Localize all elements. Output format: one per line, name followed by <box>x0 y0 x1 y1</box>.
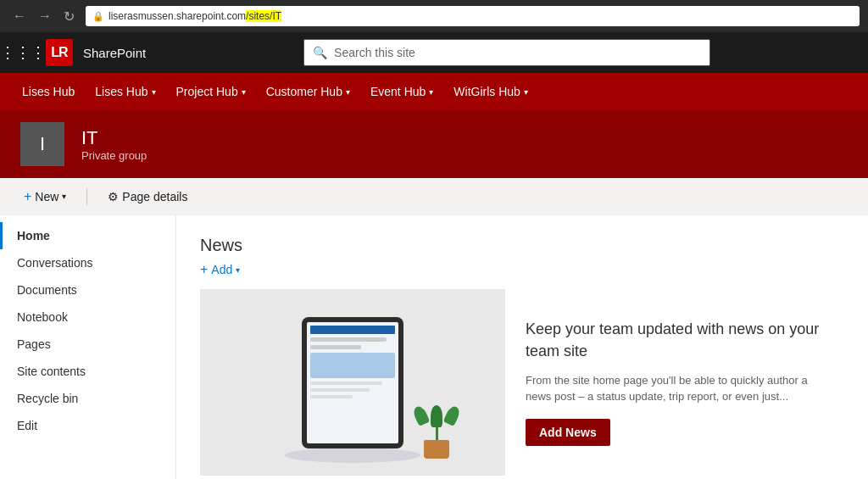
tablet-illustration <box>200 289 505 476</box>
chevron-down-icon: ▾ <box>524 87 528 97</box>
waffle-menu[interactable]: ⋮⋮⋮ <box>10 40 36 65</box>
site-subtitle: Private group <box>81 149 147 162</box>
leaf-left <box>411 404 430 426</box>
leftnav-item-home[interactable]: Home <box>0 222 175 249</box>
forward-button[interactable]: → <box>34 7 56 25</box>
nav-label: Event Hub <box>370 85 426 98</box>
news-content: Keep your team updated with news on your… <box>200 289 844 476</box>
plant-leaves <box>419 405 454 427</box>
site-info: IT Private group <box>81 127 147 162</box>
site-title: IT <box>81 127 147 149</box>
nav-item-lises-hub-2[interactable]: Lises Hub ▾ <box>86 73 164 110</box>
news-add-button[interactable]: + Add ▾ <box>200 262 844 277</box>
news-description-text: From the site home page you'll be able t… <box>526 372 824 405</box>
leftnav-item-edit[interactable]: Edit <box>0 412 175 439</box>
lock-icon: 🔒 <box>92 11 104 22</box>
add-news-button[interactable]: Add News <box>526 419 610 446</box>
site-icon: I <box>20 122 64 166</box>
plus-icon: + <box>200 262 208 277</box>
screen-line-3 <box>310 382 382 385</box>
new-button[interactable]: + New ▾ <box>17 186 73 208</box>
sp-logo: LR <box>46 39 73 66</box>
screen-line-4 <box>310 388 370 392</box>
sp-layout: Home Conversations Documents Notebook Pa… <box>0 215 868 479</box>
chevron-down-icon: ▾ <box>236 265 240 275</box>
screen-line-1 <box>310 337 387 342</box>
leftnav-label: Pages <box>17 337 51 351</box>
leftnav-item-documents[interactable]: Documents <box>0 276 175 304</box>
news-description-title: Keep your team updated with news on your… <box>526 319 824 361</box>
chevron-down-icon: ▾ <box>62 192 66 201</box>
leftnav-label: Home <box>17 229 50 242</box>
page-details-button[interactable]: ⚙ Page details <box>101 187 194 207</box>
add-label: Add <box>211 263 232 276</box>
news-section-title: News <box>200 236 844 255</box>
page-details-label: Page details <box>122 190 187 203</box>
plus-icon: + <box>24 189 31 204</box>
sp-topbar: ⋮⋮⋮ LR SharePoint 🔍 Search this site <box>0 32 868 73</box>
leftnav-label: Recycle bin <box>17 392 78 405</box>
address-text: liserasmussen.sharepoint.com/sites/IT <box>108 10 281 22</box>
gear-icon: ⚙ <box>108 190 119 203</box>
nav-item-event-hub[interactable]: Event Hub ▾ <box>362 73 442 110</box>
leftnav-item-site-contents[interactable]: Site contents <box>0 358 175 385</box>
leftnav-label: Conversations <box>17 256 93 270</box>
sp-command-bar: + New ▾ ⚙ Page details <box>0 178 868 215</box>
plant <box>419 405 454 459</box>
leaf-middle <box>431 405 442 427</box>
leftnav-item-pages[interactable]: Pages <box>0 331 175 358</box>
sp-navbar: Lises Hub Lises Hub ▾ Project Hub ▾ Cust… <box>0 73 868 110</box>
plant-stem <box>436 427 438 440</box>
sp-main: News + Add ▾ <box>176 215 868 479</box>
leftnav-item-conversations[interactable]: Conversations <box>0 249 175 276</box>
nav-item-customer-hub[interactable]: Customer Hub ▾ <box>258 73 359 110</box>
chevron-down-icon: ▾ <box>152 87 156 97</box>
leftnav-label: Site contents <box>17 365 86 378</box>
address-highlight: /sites/IT <box>246 10 281 22</box>
command-bar-separator <box>86 188 87 205</box>
tablet-device <box>302 317 403 448</box>
screen-top-bar <box>310 326 395 334</box>
leftnav-label: Edit <box>17 419 37 432</box>
nav-item-lises-hub-1[interactable]: Lises Hub <box>14 73 83 110</box>
leftnav-item-notebook[interactable]: Notebook <box>0 304 175 331</box>
sp-leftnav: Home Conversations Documents Notebook Pa… <box>0 215 176 479</box>
address-bar[interactable]: 🔒 liserasmussen.sharepoint.com/sites/IT <box>86 6 860 26</box>
leaf-right <box>443 404 462 426</box>
search-placeholder-text: Search this site <box>334 46 415 59</box>
nav-label: Project Hub <box>176 85 238 98</box>
chevron-down-icon: ▾ <box>346 87 350 97</box>
refresh-button[interactable]: ↻ <box>59 7 79 26</box>
tablet-screen <box>307 322 398 443</box>
sp-search-container: 🔍 Search this site <box>156 39 858 66</box>
screen-line-2 <box>310 345 361 349</box>
nav-label: Lises Hub <box>22 85 75 98</box>
sp-site-header: I IT Private group <box>0 110 868 178</box>
browser-nav-buttons: ← → ↻ <box>8 7 79 26</box>
news-description: Keep your team updated with news on your… <box>505 289 844 476</box>
chevron-down-icon: ▾ <box>429 87 433 97</box>
browser-chrome: ← → ↻ 🔒 liserasmussen.sharepoint.com/sit… <box>0 0 868 32</box>
nav-label: WitGirls Hub <box>453 85 520 98</box>
leftnav-label: Notebook <box>17 310 68 324</box>
screen-line-5 <box>310 395 353 398</box>
new-button-label: New <box>35 190 58 203</box>
nav-label: Lises Hub <box>95 85 147 98</box>
shadow-ellipse <box>285 448 420 463</box>
plant-pot <box>424 440 449 459</box>
leftnav-label: Documents <box>17 283 77 297</box>
chevron-down-icon: ▾ <box>242 87 246 97</box>
search-icon: 🔍 <box>313 46 327 59</box>
nav-item-witgirls-hub[interactable]: WitGirls Hub ▾ <box>445 73 537 110</box>
screen-img-block <box>310 353 395 378</box>
nav-item-project-hub[interactable]: Project Hub ▾ <box>168 73 254 110</box>
nav-label: Customer Hub <box>266 85 342 98</box>
news-thumbnail <box>200 289 505 476</box>
back-button[interactable]: ← <box>8 7 31 25</box>
leftnav-item-recycle-bin[interactable]: Recycle bin <box>0 385 175 412</box>
search-box[interactable]: 🔍 Search this site <box>303 39 710 66</box>
sp-app-name: SharePoint <box>83 46 146 60</box>
